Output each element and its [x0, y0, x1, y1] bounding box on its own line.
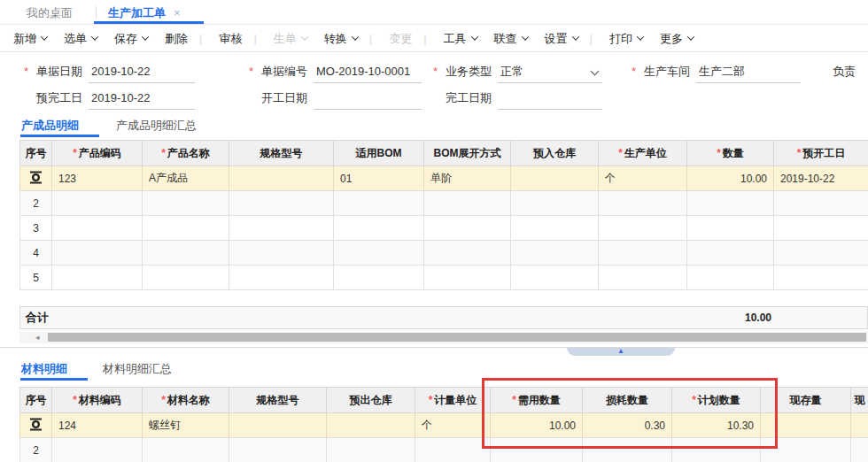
table-cell[interactable]	[511, 166, 599, 191]
table-cell[interactable]	[511, 266, 599, 290]
table-cell[interactable]	[511, 191, 599, 216]
business-type-select[interactable]: 正常	[498, 62, 602, 83]
table-cell[interactable]	[143, 438, 229, 462]
table-cell[interactable]: 螺丝钉	[143, 413, 229, 438]
table-cell[interactable]	[424, 241, 511, 266]
table-cell[interactable]: 2019-10-22	[774, 166, 868, 191]
table-cell[interactable]	[599, 216, 687, 241]
table-cell[interactable]	[229, 216, 334, 241]
table-cell[interactable]	[143, 266, 229, 290]
table-cell[interactable]	[424, 191, 511, 216]
table-cell[interactable]	[511, 216, 599, 241]
table-cell[interactable]	[20, 413, 52, 438]
table-cell[interactable]	[229, 241, 334, 266]
start-date-input[interactable]	[314, 89, 422, 110]
table-cell[interactable]: 124	[52, 413, 143, 438]
table-cell[interactable]: 4	[20, 241, 52, 266]
table-cell[interactable]	[52, 216, 143, 241]
planned-finish-input[interactable]: 2019-10-22	[89, 89, 195, 110]
table-cell[interactable]	[851, 438, 868, 462]
table-cell[interactable]: 123	[52, 166, 143, 191]
table-cell[interactable]: 2	[20, 438, 52, 462]
table-cell[interactable]: A产成品	[143, 166, 229, 191]
toolbar-button[interactable]: 设置	[545, 31, 578, 47]
table-cell[interactable]	[583, 438, 672, 462]
scroll-left-icon[interactable]: ◂	[35, 331, 40, 343]
table-cell[interactable]	[687, 216, 774, 241]
table-cell[interactable]	[334, 266, 424, 290]
table-cell[interactable]: 3	[20, 216, 52, 241]
table-cell[interactable]	[229, 413, 327, 438]
table-cell[interactable]	[761, 413, 851, 438]
tab-production-order[interactable]: 生产加工单×	[108, 5, 181, 21]
table-cell[interactable]	[424, 216, 511, 241]
table-cell[interactable]: 个	[415, 413, 491, 438]
table-cell[interactable]: 单阶	[424, 166, 511, 191]
table-cell[interactable]	[687, 266, 774, 290]
table-cell[interactable]: 10.30	[672, 413, 761, 438]
table-cell[interactable]	[20, 166, 52, 191]
toolbar-button[interactable]: 审核	[219, 31, 242, 47]
tab-material-detail[interactable]: 材料明细	[21, 361, 67, 377]
toolbar-button[interactable]: 选单	[64, 31, 97, 47]
table-cell[interactable]	[687, 191, 774, 216]
table-cell[interactable]	[229, 191, 334, 216]
table-cell[interactable]	[143, 241, 229, 266]
workshop-input[interactable]: 生产二部	[696, 62, 801, 83]
table-cell[interactable]	[52, 438, 143, 462]
table-cell[interactable]	[774, 241, 868, 266]
table-cell[interactable]	[599, 266, 687, 290]
row-gear-icon[interactable]	[29, 171, 43, 184]
toolbar-button[interactable]: 转换	[324, 31, 358, 47]
close-icon[interactable]: ×	[174, 6, 181, 19]
table-cell[interactable]	[774, 266, 868, 290]
table-cell[interactable]	[143, 191, 229, 216]
table-cell[interactable]	[491, 438, 583, 462]
tab-material-summary[interactable]: 材料明细汇总	[103, 361, 172, 377]
toolbar-button[interactable]: 打印	[609, 31, 643, 47]
table-cell[interactable]: 个	[599, 166, 687, 191]
table-cell[interactable]: 2	[20, 191, 52, 216]
table-cell[interactable]	[415, 438, 491, 462]
table-cell[interactable]	[761, 438, 851, 462]
table-cell[interactable]	[774, 191, 868, 216]
toolbar-button[interactable]: 联查	[494, 31, 528, 47]
table-cell[interactable]: 10.00	[687, 166, 774, 191]
toolbar-button[interactable]: 保存	[114, 31, 148, 47]
doc-number-input[interactable]: MO-2019-10-0001	[314, 62, 422, 83]
tab-product-detail[interactable]: 产成品明细	[21, 118, 79, 134]
table-cell[interactable]	[334, 191, 424, 216]
toolbar-button[interactable]: 删除	[165, 31, 188, 47]
table-cell[interactable]	[599, 241, 687, 266]
table-cell[interactable]	[511, 241, 599, 266]
row-gear-icon[interactable]	[29, 418, 43, 431]
table-cell[interactable]	[687, 241, 774, 266]
tab-product-summary[interactable]: 产成品明细汇总	[116, 118, 197, 134]
collapse-splitter[interactable]: ▲	[567, 348, 675, 356]
table-cell[interactable]	[229, 166, 334, 191]
doc-date-input[interactable]: 2019-10-22	[89, 62, 195, 83]
table-cell[interactable]	[774, 216, 868, 241]
table-cell[interactable]	[327, 438, 415, 462]
toolbar-button[interactable]: 更多	[660, 31, 694, 47]
table-cell[interactable]	[327, 413, 415, 438]
table-cell[interactable]	[599, 191, 687, 216]
toolbar-button[interactable]: 工具	[444, 31, 477, 47]
table-cell[interactable]	[52, 191, 143, 216]
scrollbar-thumb[interactable]	[48, 333, 866, 342]
table-cell[interactable]	[229, 438, 327, 462]
table-cell[interactable]	[851, 413, 868, 438]
table-cell[interactable]: 0.30	[583, 413, 672, 438]
table-cell[interactable]	[424, 266, 511, 290]
table-cell[interactable]: 5	[20, 266, 52, 290]
table-cell[interactable]: 01	[334, 166, 424, 191]
tab-my-desktop[interactable]: 我的桌面	[27, 5, 73, 21]
finish-date-input[interactable]	[498, 89, 602, 110]
table-cell[interactable]	[672, 438, 761, 462]
table-cell[interactable]	[334, 216, 424, 241]
table-cell[interactable]	[52, 266, 143, 290]
table-cell[interactable]	[143, 216, 229, 241]
table-cell[interactable]: 10.00	[491, 413, 583, 438]
toolbar-button[interactable]: 新增	[13, 31, 47, 47]
table-cell[interactable]	[52, 241, 143, 266]
